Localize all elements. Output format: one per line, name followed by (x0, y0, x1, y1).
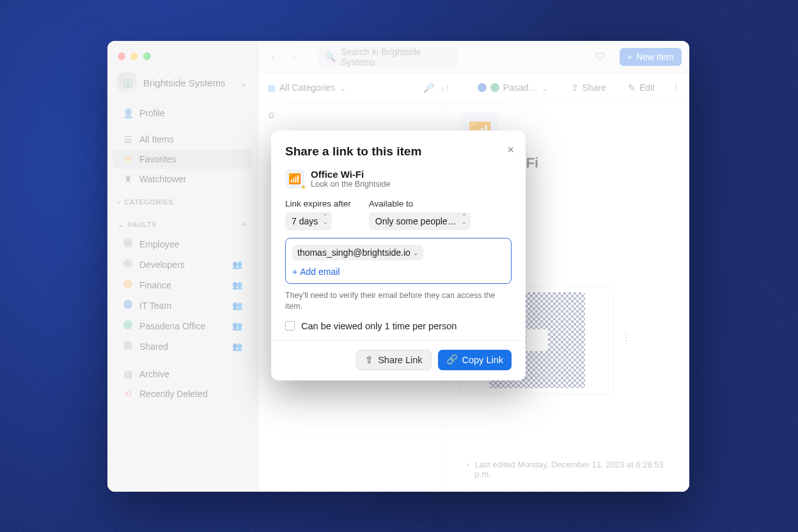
close-button[interactable]: × (507, 143, 514, 157)
expires-select[interactable]: 7 days (285, 212, 332, 230)
share-link-button[interactable]: ⇧ Share Link (356, 350, 431, 370)
link-icon: 🔗 (446, 354, 458, 365)
helper-text: They'll need to verify their email befor… (285, 290, 512, 312)
plus-icon: + (292, 267, 297, 277)
modal-title: Share a link to this item (285, 145, 512, 159)
add-email-button[interactable]: + Add email (292, 267, 505, 277)
checkbox-icon (285, 321, 295, 331)
email-chip[interactable]: thomas_singh@brightside.io ⌄ (292, 245, 423, 260)
available-select[interactable]: Only some people… (369, 212, 471, 230)
share-modal: × Share a link to this item 📶 Office Wi-… (271, 130, 526, 380)
expires-control: Link expires after 7 days (285, 199, 351, 230)
modal-actions: ⇧ Share Link 🔗 Copy Link (285, 350, 512, 370)
modal-item-header: 📶 Office Wi-Fi Look on the Brightside (285, 169, 512, 189)
share-icon: ⇧ (365, 355, 373, 365)
email-recipients-box[interactable]: thomas_singh@brightside.io ⌄ + Add email (285, 238, 512, 284)
available-control: Available to Only some people… (369, 199, 471, 230)
copy-link-button[interactable]: 🔗 Copy Link (438, 350, 512, 370)
modal-item-subtitle: Look on the Brightside (311, 180, 390, 189)
view-once-checkbox[interactable]: Can be viewed only 1 time per person (285, 321, 512, 331)
wifi-icon: 📶 (285, 169, 304, 189)
chevron-down-icon: ⌄ (413, 249, 418, 256)
modal-item-title: Office Wi-Fi (311, 169, 390, 180)
